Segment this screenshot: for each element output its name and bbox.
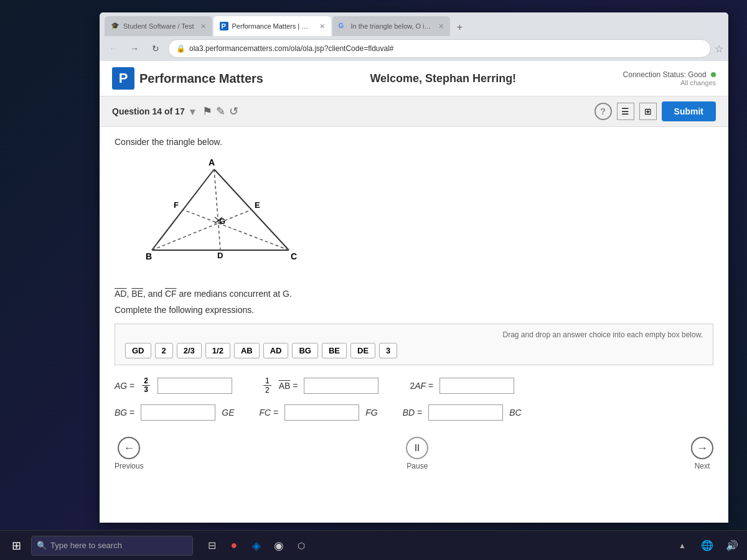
tab-icon-student: 🎓 — [111, 22, 120, 30]
main-content: Consider the triangle below. — [100, 127, 728, 523]
taskbar-extra-icon[interactable]: ⬡ — [291, 536, 311, 556]
choice-be[interactable]: BE — [322, 343, 347, 358]
tab-bar: 🎓 Student Software / Test ✕ P Performanc… — [100, 12, 728, 36]
pause-label: Pause — [406, 462, 428, 470]
pencil-icon[interactable]: ✎ — [216, 105, 225, 118]
choice-bg[interactable]: BG — [292, 343, 318, 358]
all-changes-text: All changes — [680, 79, 716, 86]
dropdown-arrow-icon[interactable]: ▾ — [190, 106, 195, 118]
volume-icon[interactable]: 🔊 — [722, 536, 742, 556]
half-num: 1 — [263, 376, 271, 386]
tab-close-google[interactable]: ✕ — [438, 22, 444, 30]
choice-1-2[interactable]: 1/2 — [205, 343, 230, 358]
help-button[interactable]: ? — [594, 103, 612, 120]
ag-answer-box[interactable] — [157, 378, 232, 394]
choice-2-3[interactable]: 2/3 — [177, 343, 202, 358]
next-circle: → — [691, 437, 713, 459]
help-icon: ? — [600, 106, 606, 116]
grid-icon[interactable]: ⊞ — [639, 103, 657, 120]
nav-section: ← Previous ⏸ Pause → Next — [115, 427, 713, 480]
svg-line-3 — [214, 169, 220, 250]
pm-logo: P Performance Matters — [112, 67, 263, 90]
ag-fraction-container: 2 3 — [141, 377, 151, 394]
af-answer-box[interactable] — [439, 378, 514, 394]
expr-row-1: AG = 2 3 1 2 — [115, 376, 713, 394]
previous-button[interactable]: ← Previous — [115, 437, 144, 470]
system-tray[interactable]: ▲ — [672, 536, 692, 556]
expressions-area: AG = 2 3 1 2 — [115, 376, 713, 421]
fc-label: FC = — [260, 408, 279, 418]
back-button[interactable]: ← — [105, 40, 122, 57]
flag-icon[interactable]: ⚑ — [202, 105, 212, 118]
question-number-text: Question 14 of 17 — [112, 106, 185, 116]
taskbar-edge-icon[interactable]: ◈ — [247, 536, 266, 556]
diagram-container: A B C D E F G — [115, 157, 713, 281]
fg-label: FG — [365, 408, 377, 418]
address-bar-row: ← → ↻ 🔒 ola3.performancematters.com/ola/… — [100, 36, 728, 61]
status-dot — [711, 72, 716, 77]
tab-icon-pm: P — [220, 22, 228, 30]
taskbar-chrome-icon[interactable]: ◉ — [269, 536, 289, 556]
desktop: 🎓 Student Software / Test ✕ P Performanc… — [0, 0, 747, 560]
overline-ad: AD, BE, and CF are medians concurrent at… — [115, 289, 292, 299]
svg-text:A: A — [209, 157, 215, 167]
tab-icon-google: G — [339, 22, 347, 30]
problem-description: AD, BE, and CF are medians concurrent at… — [115, 289, 713, 299]
pm-logo-text: Performance Matters — [139, 72, 263, 86]
tab-label-google: In the triangle below, O is the ce… — [351, 22, 432, 30]
taskbar-search[interactable]: 🔍 Type here to search — [31, 536, 193, 556]
refresh-icon[interactable]: ↺ — [229, 105, 238, 118]
pause-button[interactable]: ⏸ Pause — [406, 437, 428, 470]
taskbar-multitasking-icon[interactable]: ⊟ — [202, 536, 222, 556]
choice-ab[interactable]: AB — [234, 343, 260, 358]
ag-fraction-num: 2 — [142, 377, 150, 386]
submit-button[interactable]: Submit — [662, 101, 716, 121]
choice-3[interactable]: 3 — [379, 343, 397, 358]
bc-label: BC — [509, 408, 521, 418]
tab-close-pm[interactable]: ✕ — [319, 22, 325, 30]
tab-performance-matters[interactable]: P Performance Matters | OLA ✕ — [214, 16, 331, 36]
bookmark-icon[interactable]: ☆ — [715, 43, 723, 55]
tab-label-student: Student Software / Test — [123, 22, 194, 30]
tab-google[interactable]: G In the triangle below, O is the ce… ✕ — [332, 16, 450, 36]
ab-answer-box[interactable] — [304, 378, 378, 394]
half-den: 2 — [263, 386, 271, 394]
svg-text:D: D — [217, 251, 223, 260]
review-icon[interactable]: ☰ — [617, 103, 634, 120]
bg-answer-box[interactable] — [141, 404, 215, 421]
new-tab-button[interactable]: + — [451, 19, 469, 36]
half-fraction: 1 2 — [263, 376, 271, 394]
taskbar-browser-icon[interactable]: ● — [224, 536, 244, 556]
pm-logo-icon: P — [112, 67, 134, 90]
bg-label: BG = — [115, 408, 134, 418]
choice-tokens: GD 2 2/3 1/2 AB AD BG BE DE 3 — [125, 343, 703, 358]
tab-student-software[interactable]: 🎓 Student Software / Test ✕ — [105, 16, 212, 36]
bd-answer-box[interactable] — [428, 404, 503, 421]
choice-de[interactable]: DE — [350, 343, 375, 358]
svg-text:F: F — [174, 200, 179, 210]
reload-button[interactable]: ↻ — [147, 40, 164, 57]
next-button[interactable]: → Next — [691, 437, 713, 470]
ag-label: AG = — [115, 381, 134, 391]
question-icons: ⚑ ✎ ↺ — [202, 105, 238, 118]
start-button[interactable]: ⊞ — [5, 534, 27, 557]
taskbar-system-icons: ▲ 🌐 🔊 — [672, 536, 742, 556]
svg-text:C: C — [291, 251, 297, 261]
drag-hint: Drag and drop an answer choice into each… — [125, 330, 703, 339]
taskbar: ⊞ 🔍 Type here to search ⊟ ● ◈ ◉ ⬡ ▲ 🌐 🔊 — [0, 530, 747, 560]
fc-answer-box[interactable] — [284, 404, 359, 421]
browser-content: P Performance Matters Welcome, Stephan H… — [100, 61, 728, 523]
address-bar[interactable]: 🔒 ola3.performancematters.com/ola/ola.js… — [168, 39, 711, 58]
choice-gd[interactable]: GD — [125, 343, 151, 358]
choice-ad[interactable]: AD — [263, 343, 289, 358]
ag-fraction-den: 3 — [142, 386, 150, 394]
forward-button[interactable]: → — [126, 40, 143, 57]
lock-icon: 🔒 — [176, 44, 186, 53]
pm-status-area: Connection Status: Good All changes — [623, 70, 716, 86]
tab-close-student[interactable]: ✕ — [200, 22, 206, 30]
network-icon[interactable]: 🌐 — [697, 536, 717, 556]
ge-label: GE — [222, 408, 234, 418]
choice-2[interactable]: 2 — [155, 343, 173, 358]
instructions-text: Complete the following expressions. — [115, 305, 713, 315]
taskbar-search-text: Type here to search — [50, 541, 122, 550]
